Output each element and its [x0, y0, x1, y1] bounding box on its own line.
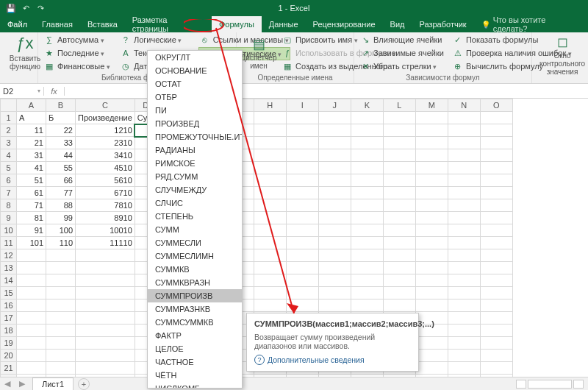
cell[interactable] [254, 149, 286, 162]
add-sheet-button[interactable]: + [78, 378, 90, 390]
menu-item[interactable]: СУММ [148, 223, 242, 236]
menu-item[interactable]: ЧЁТН [148, 369, 242, 382]
cell[interactable] [17, 325, 46, 337]
col-header[interactable]: M [415, 99, 448, 112]
tab-insert[interactable]: Вставка [80, 16, 125, 32]
cell[interactable] [415, 262, 448, 274]
cell[interactable] [448, 137, 480, 149]
cell[interactable] [448, 212, 480, 224]
cell[interactable]: 11 [17, 124, 46, 137]
row-header[interactable]: 18 [1, 325, 17, 337]
cell[interactable]: 41 [17, 162, 46, 174]
cell[interactable] [480, 249, 512, 262]
cell[interactable] [286, 299, 318, 312]
cell[interactable] [383, 262, 415, 274]
sheet-nav-next-icon[interactable]: ▶ [15, 379, 29, 389]
col-header[interactable]: J [318, 99, 351, 112]
cell[interactable] [480, 112, 512, 124]
cell[interactable] [448, 274, 480, 287]
cell[interactable] [448, 112, 480, 124]
math-functions-menu[interactable]: ОКРУГЛТОСНОВАНИЕОСТАТОТБРПИПРОИЗВЕДПРОМЕ… [147, 50, 243, 389]
row-header[interactable]: 5 [1, 162, 17, 174]
cell[interactable]: 33 [46, 137, 76, 149]
cell[interactable]: 3410 [76, 149, 135, 162]
cell[interactable] [448, 162, 480, 174]
horizontal-scrollbar[interactable] [516, 380, 588, 389]
cell[interactable] [76, 337, 135, 350]
remove-arrows-button[interactable]: ✕Убрать стрелки [359, 60, 445, 72]
cell[interactable] [17, 262, 46, 274]
cell[interactable] [17, 362, 46, 375]
cell[interactable] [318, 187, 351, 199]
tab-review[interactable]: Рецензирование [306, 16, 383, 32]
row-header[interactable]: 8 [1, 199, 17, 212]
cell[interactable] [76, 362, 135, 375]
cell[interactable] [448, 237, 480, 249]
cell[interactable] [415, 112, 448, 124]
cell[interactable] [286, 249, 318, 262]
menu-item[interactable]: ЧАСТНОЕ [148, 355, 242, 369]
cell[interactable]: 4510 [76, 162, 135, 174]
col-header[interactable]: L [383, 99, 415, 112]
cell[interactable] [46, 249, 76, 262]
cell[interactable] [480, 149, 512, 162]
col-header[interactable]: O [480, 99, 512, 112]
cell[interactable] [448, 249, 480, 262]
cell[interactable]: Произведение [76, 112, 135, 124]
menu-item[interactable]: СУММПРОИЗВ [148, 289, 242, 302]
cell[interactable] [318, 124, 351, 137]
cell[interactable] [318, 174, 351, 187]
row-header[interactable]: 6 [1, 174, 17, 187]
row-header[interactable]: 13 [1, 262, 17, 274]
cell[interactable] [254, 112, 286, 124]
cell[interactable] [383, 137, 415, 149]
cell[interactable]: 81 [17, 212, 46, 224]
cell[interactable] [415, 299, 448, 312]
cell[interactable] [286, 287, 318, 299]
name-box[interactable]: D2 [0, 87, 44, 96]
cell[interactable] [46, 262, 76, 274]
cell[interactable] [351, 299, 383, 312]
tab-data[interactable]: Данные [262, 16, 306, 32]
cell[interactable] [480, 199, 512, 212]
cell[interactable] [351, 124, 383, 137]
cell[interactable] [448, 362, 480, 375]
cell[interactable] [448, 149, 480, 162]
cell[interactable] [415, 174, 448, 187]
logical-button[interactable]: ?Логические [119, 34, 191, 46]
cell[interactable]: 51 [17, 174, 46, 187]
cell[interactable] [286, 149, 318, 162]
menu-item[interactable]: ОТБР [148, 91, 242, 104]
menu-item[interactable]: ЧИСЛКОМБ [148, 382, 242, 389]
cell[interactable] [254, 274, 286, 287]
cell[interactable] [415, 149, 448, 162]
cell[interactable] [46, 287, 76, 299]
cell[interactable] [480, 212, 512, 224]
cell[interactable] [286, 124, 318, 137]
col-header[interactable]: C [76, 99, 135, 112]
tab-view[interactable]: Вид [383, 16, 412, 32]
cell[interactable] [286, 224, 318, 237]
menu-item[interactable]: ФАКТР [148, 329, 242, 342]
cell[interactable] [351, 187, 383, 199]
cell[interactable] [318, 249, 351, 262]
menu-item[interactable]: РАДИАНЫ [148, 143, 242, 157]
row-header[interactable]: 12 [1, 249, 17, 262]
cell[interactable] [480, 274, 512, 287]
financial-button[interactable]: ▦Финансовые [43, 60, 112, 72]
cell[interactable] [383, 212, 415, 224]
cell[interactable] [76, 287, 135, 299]
watch-window-button[interactable]: ◻ Окно контрольного значения [537, 34, 588, 76]
cell[interactable] [254, 174, 286, 187]
cell[interactable] [254, 262, 286, 274]
cell[interactable] [448, 199, 480, 212]
cell[interactable] [383, 237, 415, 249]
cell[interactable] [286, 199, 318, 212]
cell[interactable] [448, 325, 480, 337]
menu-item[interactable]: ПРОИЗВЕД [148, 117, 242, 130]
cell[interactable] [415, 362, 448, 375]
name-manager-button[interactable]: ▤ Диспетчер имен [241, 34, 276, 72]
tooltip-help-link[interactable]: Дополнительные сведения [254, 355, 411, 365]
cell[interactable] [286, 212, 318, 224]
fx-label-icon[interactable]: fx [44, 87, 65, 96]
